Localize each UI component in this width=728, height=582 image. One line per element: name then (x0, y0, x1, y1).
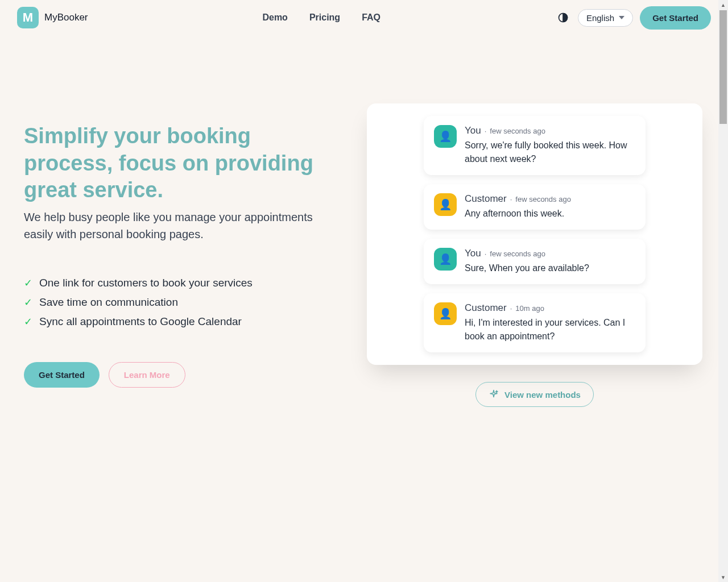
header: M MyBooker Demo Pricing FAQ English Get … (0, 0, 728, 35)
feature-list: ✓ One link for customers to book your se… (24, 277, 342, 328)
chat-panel: 👤 You · few seconds ago Sorry, we're ful… (367, 103, 702, 365)
chat-timestamp: few seconds ago (490, 250, 545, 258)
nav-demo[interactable]: Demo (262, 13, 287, 23)
person-icon: 👤 (439, 253, 452, 265)
chat-sender: Customer (465, 193, 507, 205)
chat-text: Hi, I'm interested in your services. Can… (465, 316, 635, 343)
chevron-down-icon (619, 16, 624, 19)
theme-toggle-button[interactable] (555, 10, 571, 26)
chat-message: 👤 Customer · few seconds ago Any afterno… (424, 184, 646, 230)
separator-dot: · (510, 304, 512, 313)
chat-text: Sorry, we're fully booked this week. How… (465, 139, 635, 166)
feature-item: ✓ Save time on communication (24, 296, 342, 309)
hero-section: Simplify your booking process, focus on … (0, 35, 728, 430)
language-select[interactable]: English (578, 9, 633, 27)
chat-text: Any afternoon this week. (465, 207, 635, 221)
scrollbar[interactable]: ▲ ▼ (718, 0, 728, 582)
person-icon: 👤 (439, 130, 452, 143)
chat-message: 👤 Customer · 10m ago Hi, I'm interested … (424, 293, 646, 352)
nav-pricing[interactable]: Pricing (309, 13, 340, 23)
separator-dot: · (485, 127, 487, 135)
view-methods-label: View new methods (504, 390, 581, 400)
nav: Demo Pricing FAQ (262, 13, 380, 23)
header-get-started-button[interactable]: Get Started (640, 6, 711, 30)
separator-dot: · (485, 250, 487, 258)
get-started-button[interactable]: Get Started (24, 362, 100, 388)
feature-text: Save time on communication (39, 296, 178, 309)
avatar: 👤 (434, 248, 457, 271)
chat-timestamp: few seconds ago (515, 195, 571, 203)
logo-icon: M (17, 7, 39, 28)
avatar: 👤 (434, 193, 457, 216)
avatar: 👤 (434, 125, 457, 148)
chat-sender: Customer (465, 302, 507, 314)
chat-body: Customer · few seconds ago Any afternoon… (465, 193, 635, 221)
brand[interactable]: M MyBooker (17, 7, 88, 28)
check-icon: ✓ (24, 315, 32, 328)
chat-body: You · few seconds ago Sorry, we're fully… (465, 125, 635, 166)
check-icon: ✓ (24, 296, 32, 309)
language-label: English (586, 13, 614, 23)
person-icon: 👤 (439, 198, 452, 211)
separator-dot: · (510, 195, 512, 203)
hero-buttons: Get Started Learn More (24, 362, 342, 388)
chat-body: You · few seconds ago Sure, When you are… (465, 248, 635, 275)
sparkle-icon (489, 389, 499, 400)
brand-name: MyBooker (44, 12, 88, 23)
chat-sender: You (465, 248, 481, 259)
feature-text: Sync all appointments to Google Calendar (39, 315, 242, 328)
hero-visual: 👤 You · few seconds ago Sorry, we're ful… (365, 103, 704, 407)
learn-more-button[interactable]: Learn More (109, 362, 185, 388)
feature-item: ✓ Sync all appointments to Google Calend… (24, 315, 342, 328)
hero-headline: Simplify your booking process, focus on … (24, 123, 342, 204)
chat-message: 👤 You · few seconds ago Sorry, we're ful… (424, 116, 646, 175)
scroll-up-icon[interactable]: ▲ (718, 0, 728, 10)
chat-body: Customer · 10m ago Hi, I'm interested in… (465, 302, 635, 343)
check-icon: ✓ (24, 277, 32, 289)
hero-subhead: We help busy people like you manage your… (24, 209, 342, 243)
contrast-icon (557, 12, 569, 23)
avatar: 👤 (434, 302, 457, 325)
feature-item: ✓ One link for customers to book your se… (24, 277, 342, 289)
chat-timestamp: few seconds ago (490, 127, 545, 135)
person-icon: 👤 (439, 307, 452, 320)
chat-sender: You (465, 125, 481, 136)
chat-text: Sure, When you are available? (465, 261, 635, 275)
scroll-down-icon[interactable]: ▼ (718, 572, 728, 582)
hero-copy: Simplify your booking process, focus on … (24, 123, 342, 388)
scrollbar-thumb[interactable] (719, 10, 727, 124)
feature-text: One link for customers to book your serv… (39, 277, 253, 289)
header-actions: English Get Started (555, 6, 711, 30)
chat-message: 👤 You · few seconds ago Sure, When you a… (424, 239, 646, 284)
view-new-methods-button[interactable]: View new methods (475, 382, 594, 407)
chat-timestamp: 10m ago (515, 304, 544, 313)
nav-faq[interactable]: FAQ (362, 13, 380, 23)
